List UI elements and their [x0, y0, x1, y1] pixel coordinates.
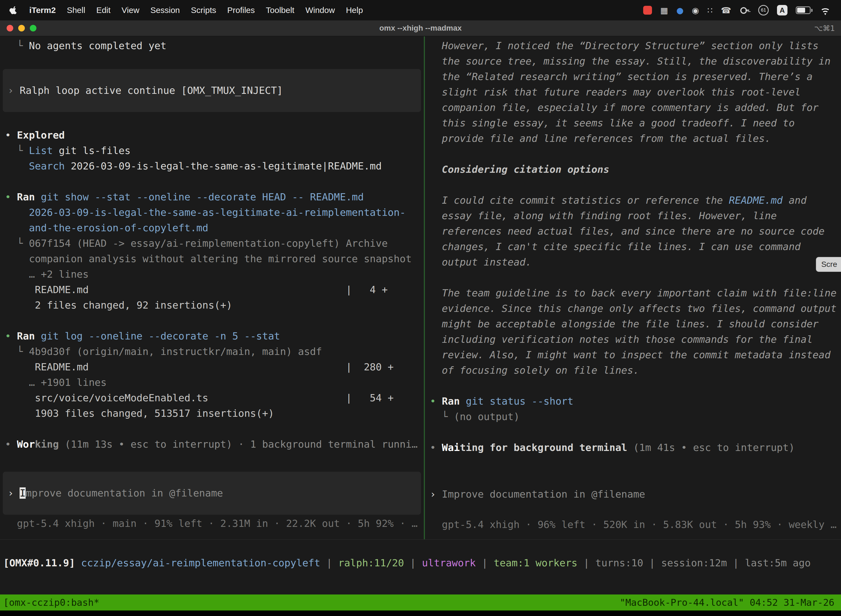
terminal-line: 1903 files changed, 513517 insertions(+) [0, 406, 424, 421]
terminal-line: companion analysis without altering the … [0, 251, 424, 267]
terminal-line: 2026-03-09-is-legal-the-same-as-legitima… [0, 205, 424, 220]
left-agent-pane[interactable]: └ No agents completed yet› Ralph loop ac… [0, 37, 424, 539]
bottom-filler [0, 610, 841, 616]
thinking-paragraph: the “Related research writing” section i… [425, 69, 841, 84]
screen-recording-indicator[interactable] [643, 6, 652, 15]
battery-icon[interactable] [796, 6, 811, 14]
menu-items: iTerm2ShellEditViewSessionScriptsProfile… [24, 6, 368, 15]
menu-item-view[interactable]: View [116, 6, 145, 15]
working-status: • Working (11m 13s • esc to interrupt) ·… [0, 437, 424, 452]
right-agent-pane[interactable]: However, I noticed the “Directory Struct… [425, 37, 841, 539]
minimize-button[interactable] [18, 25, 25, 31]
window-controls [0, 25, 37, 31]
terminal-line: Search 2026-03-09-is-legal-the-same-as-l… [0, 158, 424, 174]
thinking-paragraph: evidence. Since this change only affects… [425, 301, 841, 316]
terminal-line: and-the-erosion-of-copyleft.md [0, 220, 424, 236]
model-status-line: gpt-5.4 xhigh · 96% left · 520K in · 5.8… [425, 517, 841, 532]
blue-app-icon[interactable]: ● [676, 6, 683, 15]
thinking-paragraph: I could cite commit statistics or refere… [425, 193, 841, 208]
thinking-paragraph: changes, I can't cite specific file line… [425, 239, 841, 254]
terminal-content: └ No agents completed yet› Ralph loop ac… [0, 37, 841, 594]
phone-icon[interactable]: ☎ [721, 6, 731, 15]
terminal-line: README.md | 4 + [0, 282, 424, 298]
prompt-line: › Improve documentation in @filename [3, 485, 421, 501]
thinking-paragraph: including verification notes with those … [425, 332, 841, 347]
thinking-paragraph: of focusing solely on file lines. [425, 363, 841, 378]
menu-item-shell[interactable]: Shell [61, 6, 91, 15]
macos-menu-bar: iTerm2ShellEditViewSessionScriptsProfile… [0, 0, 841, 21]
window-title: omx --xhigh --madmax [0, 24, 841, 32]
input-source-icon[interactable]: A [777, 5, 787, 15]
ralph-loop-banner: › Ralph loop active continue [OMX_TMUX_I… [3, 83, 421, 98]
window-title-bar[interactable]: omx --xhigh --madmax ⌥⌘1 [0, 21, 841, 37]
thinking-paragraph: However, I noticed the “Directory Struct… [425, 38, 841, 54]
tmux-status-bar: [omx-cczip0:bash* "MacBook-Pro-44.local"… [0, 594, 841, 610]
prompt-input[interactable]: › Improve documentation in @filename [3, 472, 421, 515]
ran-git-status-header: • Ran git status --short [425, 393, 841, 409]
terminal-line: └ 4b9d30f (origin/main, instructkr/main,… [0, 344, 424, 359]
menu-item-scripts[interactable]: Scripts [185, 6, 222, 15]
thinking-paragraph: output instead. [425, 254, 841, 270]
terminal-line: src/voice/voiceModeEnabled.ts | 54 + [0, 390, 424, 406]
prompt-line: › Improve documentation in @filename [425, 487, 841, 502]
apple-menu-icon[interactable] [8, 6, 24, 15]
waiting-status: • Waiting for background terminal (1m 41… [425, 440, 841, 455]
thinking-paragraph: review. Also, I might want to inspect th… [425, 347, 841, 363]
ran-git-log-header: • Ran git log --oneline --decorate -n 5 … [0, 329, 424, 344]
thinking-paragraph: might be acceptable alongside the file l… [425, 316, 841, 332]
tmux-host-clock: "MacBook-Pro-44.local" 04:52 31-Mar-26 [620, 597, 834, 608]
thinking-paragraph: this single essay, it seems like a good … [425, 115, 841, 131]
desktop: iTerm2ShellEditViewSessionScriptsProfile… [0, 0, 841, 616]
zoom-button[interactable] [30, 25, 37, 31]
menu-item-toolbelt[interactable]: Toolbelt [261, 6, 300, 15]
terminal-line: … +1901 lines [0, 375, 424, 390]
terminal-line: README.md | 280 + [0, 359, 424, 375]
ran-git-show-header: • Ran git show --stat --oneline --decora… [0, 189, 424, 205]
omx-panes: └ No agents completed yet› Ralph loop ac… [0, 37, 841, 540]
battery-percent-badge[interactable]: 61 [758, 5, 769, 15]
model-status-line: gpt-5.4 xhigh · main · 91% left · 2.31M … [0, 516, 424, 531]
dots-grid-icon[interactable]: ∷ [708, 6, 713, 15]
thinking-paragraph: references need actual files, and since … [425, 224, 841, 239]
window-grid-icon[interactable]: ▦ [660, 6, 668, 15]
menu-item-session[interactable]: Session [145, 6, 185, 15]
close-button[interactable] [7, 25, 13, 31]
window-shortcut-badge: ⌥⌘1 [814, 24, 835, 32]
thinking-paragraph: essay file, along with finding root file… [425, 208, 841, 224]
thinking-paragraph: slight risk that future readers may over… [425, 84, 841, 100]
tmux-session-label: [omx-cczip0:bash* [3, 597, 99, 608]
wifi-icon[interactable] [819, 5, 832, 15]
explored-header: • Explored [0, 128, 424, 143]
thinking-heading: Considering citation options [425, 162, 841, 177]
terminal-line: 2 files changed, 92 insertions(+) [0, 298, 424, 313]
menu-item-profiles[interactable]: Profiles [221, 6, 260, 15]
ralph-loop-banner: › Ralph loop active continue [OMX_TMUX_I… [3, 69, 421, 112]
screen-notification[interactable]: Scre [816, 257, 841, 272]
thinking-paragraph: the source tree, missing the essay. Stil… [425, 54, 841, 69]
omx-status-line: [OMX#0.11.9] cczip/essay/ai-reimplementa… [0, 555, 841, 571]
menu-item-window[interactable]: Window [300, 6, 340, 15]
menu-item-help[interactable]: Help [340, 6, 369, 15]
dark-app-icon[interactable]: ◉ [692, 6, 699, 15]
menubar-status-icons: ▦●◉∷☎61A [643, 5, 833, 15]
thinking-paragraph: companion file, especially if more comme… [425, 100, 841, 115]
menu-item-edit[interactable]: Edit [91, 6, 116, 15]
menu-item-iterm2[interactable]: iTerm2 [24, 6, 61, 15]
terminal-line: └ List git ls-files [0, 143, 424, 158]
key-icon[interactable] [740, 5, 750, 15]
agents-status-line: └ No agents completed yet [0, 38, 424, 54]
thinking-paragraph: The team guideline is to back every impo… [425, 285, 841, 301]
terminal-line: └ (no output) [425, 409, 841, 424]
terminal-line: … +2 lines [0, 267, 424, 282]
terminal-line: └ 067f154 (HEAD -> essay/ai-reimplementa… [0, 236, 424, 251]
thinking-paragraph: provide file and line references from th… [425, 131, 841, 146]
